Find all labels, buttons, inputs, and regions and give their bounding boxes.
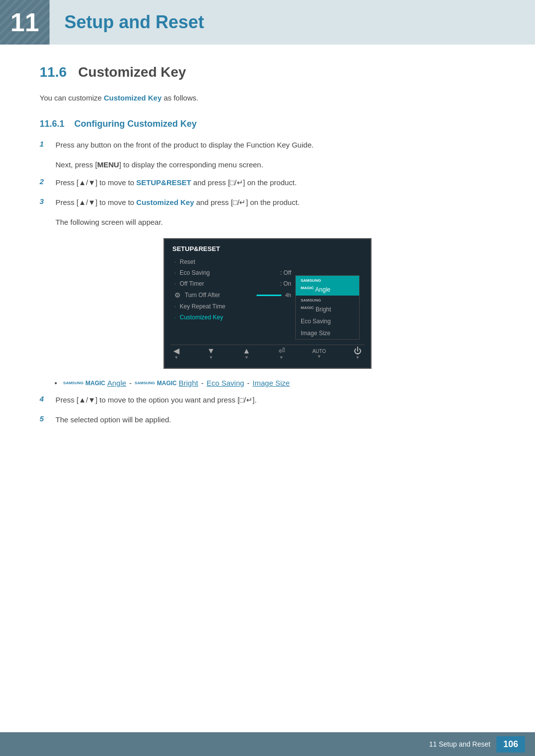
option-angle-link[interactable]: Angle xyxy=(107,379,126,387)
footer-text: 11 Setup and Reset xyxy=(429,740,490,748)
gear-icon: ⚙ xyxy=(174,291,181,299)
chapter-header: 11 Setup and Reset xyxy=(0,0,535,45)
option-bright-link[interactable]: Bright xyxy=(179,379,198,387)
sep-2: - xyxy=(201,379,204,387)
sep-3: - xyxy=(247,379,250,387)
option-eco-saving-link[interactable]: Eco Saving xyxy=(207,379,244,387)
nav-btn-auto: AUTO ▼ xyxy=(312,349,326,359)
samsung-angle-sup: SAMSUNG xyxy=(63,381,84,385)
nav-btn-down: ▼ ▼ xyxy=(207,347,215,360)
nav-btn-left: ◀ ▼ xyxy=(173,347,179,360)
step-1-text: Press any button on the front of the pro… xyxy=(55,139,495,151)
option-item-row: • SAMSUNGMAGICAngle - SAMSUNGMAGICBright… xyxy=(54,379,495,387)
option-image-size-link[interactable]: Image Size xyxy=(253,379,290,387)
menu-item-reset: · Reset xyxy=(170,256,295,267)
dropdown-panel: SAMSUNG MAGIC Angle SAMSUNG MAGIC Bright xyxy=(295,275,360,340)
page-number: 106 xyxy=(496,736,525,753)
menu-item-key-repeat: · Key Repeat Time xyxy=(170,301,295,312)
dropdown-item-eco-saving: Eco Saving xyxy=(296,315,359,327)
step-5: 5 The selected option will be applied. xyxy=(40,414,495,426)
chapter-number-block: 11 xyxy=(0,0,50,45)
intro-text-after: as follows. xyxy=(161,94,198,102)
magic-angle-sup: MAGIC xyxy=(85,380,105,387)
step-5-number: 5 xyxy=(40,414,52,423)
chapter-title: Setup and Reset xyxy=(64,12,204,33)
chapter-title-text: Setup and Reset xyxy=(64,12,204,32)
page-footer: 11 Setup and Reset 106 xyxy=(0,732,535,756)
step-1-sub: Next, press [MENU] to display the corres… xyxy=(55,159,495,171)
nav-btn-enter: ⏎ ▼ xyxy=(278,347,285,360)
intro-paragraph: You can customize Customized Key as foll… xyxy=(40,92,495,104)
sep-1: - xyxy=(129,379,132,387)
chapter-number: 11 xyxy=(10,7,39,37)
menu-item-customized-key: · Customized Key xyxy=(170,312,295,323)
step-2-number: 2 xyxy=(40,177,52,186)
step-2: 2 Press [▲/▼] to move to SETUP&RESET and… xyxy=(40,177,495,189)
options-list-item: • SAMSUNGMAGICAngle - SAMSUNGMAGICBright… xyxy=(54,379,495,387)
dropdown-item-bright: SAMSUNG MAGIC Bright xyxy=(296,296,359,315)
step-3: 3 Press [▲/▼] to move to Customized Key … xyxy=(40,197,495,208)
nav-btn-power: ⏻ ▼ xyxy=(354,347,362,360)
step-3-number: 3 xyxy=(40,197,52,205)
step-5-text: The selected option will be applied. xyxy=(55,414,495,426)
menu-content: · Reset · Eco Saving : Off · Off Timer :… xyxy=(170,256,365,340)
step-3-sub: The following screen will appear. xyxy=(55,216,495,228)
section-title: Customized Key xyxy=(78,64,186,80)
step-3-text: Press [▲/▼] to move to Customized Key an… xyxy=(55,197,495,208)
subsection-heading: 11.6.1 Configuring Customized Key xyxy=(40,119,495,129)
menu-item-off-timer: · Off Timer : On xyxy=(170,278,295,289)
menu-item-turn-off-after: ⚙ Turn Off After 4h xyxy=(170,289,295,301)
monitor-screenshot: SETUP&RESET · Reset · Eco Saving : Off ·… xyxy=(163,238,372,369)
subsection-title: Configuring Customized Key xyxy=(74,119,197,129)
step-4-text: Press [▲/▼] to move to the option you wa… xyxy=(55,394,495,406)
step-4-number: 4 xyxy=(40,395,52,403)
intro-bold: Customized Key xyxy=(104,94,162,102)
menu-screen-title: SETUP&RESET xyxy=(170,245,365,252)
intro-text-before: You can customize xyxy=(40,94,104,102)
samsung-bright-sup: SAMSUNG xyxy=(135,381,155,385)
chapter-title-block: Setup and Reset xyxy=(50,0,535,45)
dropdown-item-angle: SAMSUNG MAGIC Angle xyxy=(296,276,359,296)
section-heading: 11.6 Customized Key xyxy=(40,64,495,80)
dropdown-area: SAMSUNG MAGIC Angle SAMSUNG MAGIC Bright xyxy=(295,256,365,340)
menu-left-panel: · Reset · Eco Saving : Off · Off Timer :… xyxy=(170,256,295,340)
step-1-number: 1 xyxy=(40,140,52,148)
step-2-text: Press [▲/▼] to move to SETUP&RESET and p… xyxy=(55,177,495,189)
magic-bright-sup: MAGIC xyxy=(157,380,177,387)
options-list: • SAMSUNGMAGICAngle - SAMSUNGMAGICBright… xyxy=(54,379,495,387)
menu-bottom-bar: ◀ ▼ ▼ ▼ ▲ ▼ ⏎ ▼ AUTO ▼ ⏻ ▼ xyxy=(170,345,365,362)
bullet-point: • xyxy=(54,379,61,387)
step-4: 4 Press [▲/▼] to move to the option you … xyxy=(40,394,495,406)
subsection-number: 11.6.1 xyxy=(40,119,64,129)
menu-item-eco-saving: · Eco Saving : Off xyxy=(170,267,295,278)
step-1: 1 Press any button on the front of the p… xyxy=(40,139,495,151)
section-number: 11.6 xyxy=(40,64,67,80)
content-area: 11.6 Customized Key You can customize Cu… xyxy=(0,64,535,483)
dropdown-item-image-size: Image Size xyxy=(296,327,359,339)
nav-btn-up: ▲ ▼ xyxy=(243,347,251,360)
